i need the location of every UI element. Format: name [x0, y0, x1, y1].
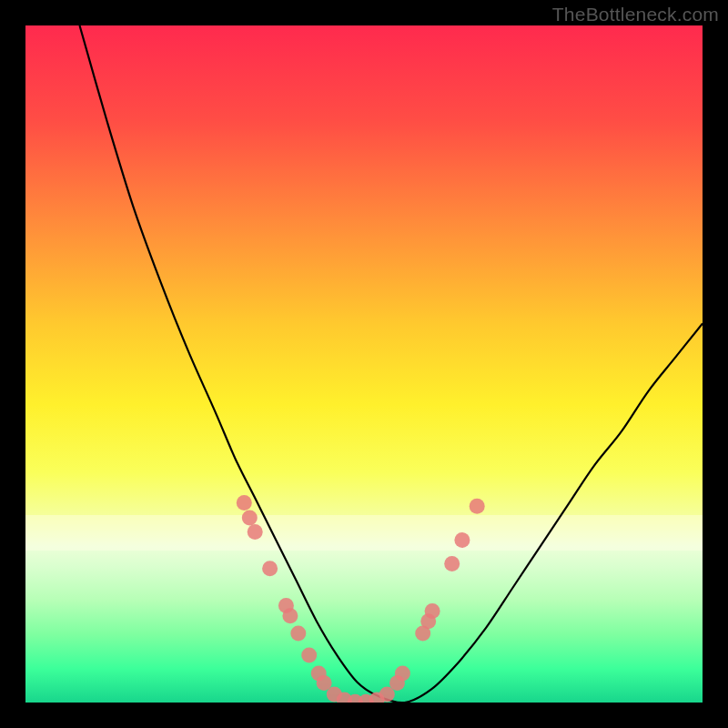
marker-dot — [470, 499, 485, 514]
marker-dot — [317, 675, 332, 691]
marker-dot — [395, 666, 410, 682]
curve-layer — [25, 25, 703, 703]
watermark-label: TheBottleneck.com — [552, 4, 719, 25]
marker-dot — [248, 524, 263, 540]
marker-dot — [237, 495, 252, 511]
plot-area — [25, 25, 703, 703]
marker-dot — [379, 687, 395, 703]
marker-dots — [237, 495, 485, 703]
marker-dot — [454, 532, 470, 548]
marker-dot — [290, 626, 306, 642]
marker-dot — [262, 561, 278, 576]
marker-dot — [301, 647, 317, 662]
chart-frame: TheBottleneck.com — [0, 0, 728, 728]
bottleneck-curve — [80, 25, 703, 703]
marker-dot — [242, 510, 258, 525]
marker-dot — [425, 603, 440, 619]
marker-dot — [282, 608, 298, 623]
marker-dot — [444, 556, 460, 571]
